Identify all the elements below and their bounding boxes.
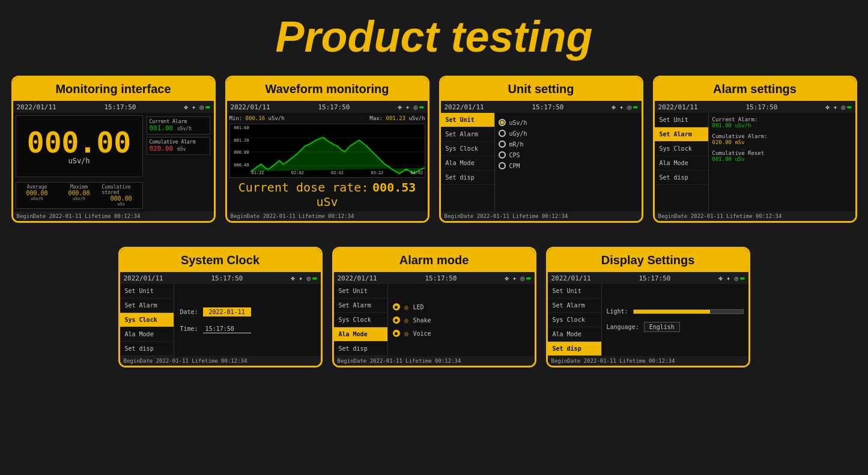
display-screen: 2022/01/11 15:17:50 ✤ ✦ ◎ ▬ Set Unit Set…	[548, 272, 748, 366]
card-alarm-title: Alarm settings	[655, 77, 855, 101]
radio-cpm-circle	[499, 162, 506, 169]
stat-avg: Average 000.00 uSv/h	[18, 184, 56, 207]
radio-voice	[393, 330, 400, 337]
eye-led-icon: ◎	[405, 304, 408, 310]
lang-value[interactable]: English	[644, 322, 680, 332]
waveform-screen: 2022/01/11 15:17:50 ✤ ✦ ◎ ▬ Min: 000.16 …	[227, 101, 428, 221]
current-alarm-field-label: Current Alarm:	[712, 116, 852, 123]
display-content: Light: Language: English	[602, 284, 748, 356]
menu-ala-mode[interactable]: Ala Mode	[441, 156, 494, 171]
cumulative-stored-value: 000.00	[110, 195, 132, 202]
alarmmode-menu-set-disp[interactable]: Set disp	[334, 342, 387, 356]
display-menu-set-alarm[interactable]: Set Alarm	[548, 298, 601, 313]
bottom-bar-unit: BeginDate 2022-01-11 Lifetime 00:12:34	[441, 211, 642, 221]
alarm-menu-ala-mode[interactable]: Ala Mode	[655, 156, 708, 171]
display-menu-set-unit[interactable]: Set Unit	[548, 284, 601, 298]
max-value: 000.00	[68, 190, 90, 196]
current-alarm-field-value: 001.00 uSv/h	[712, 123, 852, 129]
unit-radio-group: uSv/h uGy/h mR/h CPS	[499, 119, 638, 169]
alarmmode-menu-set-alarm[interactable]: Set Alarm	[334, 298, 387, 313]
status-bar-sysclock: 2022/01/11 15:17:50 ✤ ✦ ◎ ▬	[120, 272, 321, 284]
card-sysclock-title: System Clock	[120, 249, 321, 272]
menu-set-alarm[interactable]: Set Alarm	[441, 127, 494, 142]
card-monitoring-title: Monitoring interface	[13, 77, 214, 101]
max-label: Maximm	[70, 184, 88, 190]
status-bar-monitoring: 2022/01/11 15:17:50 ✤ ✦ ◎ ▬	[13, 101, 214, 113]
status-bar-alarmmode: 2022/01/11 15:17:50 ✤ ✦ ◎ ▬	[334, 272, 535, 284]
cumulative-alarm-value: 020.00 mSv	[150, 145, 207, 153]
radio-usvh-circle	[499, 119, 506, 126]
alarmmode-menu-sys-clock[interactable]: Sys Clock	[334, 313, 387, 327]
display-menu-list: Set Unit Set Alarm Sys Clock Ala Mode Se…	[548, 284, 602, 356]
alarm-menu-set-unit[interactable]: Set Unit	[655, 113, 708, 127]
light-bar-container[interactable]	[633, 309, 744, 314]
status-bar-unit: 2022/01/11 15:17:50 ✤ ✦ ◎ ▬	[441, 101, 642, 113]
waveform-yaxis: 001.60 001.20 000.80 000.40	[230, 124, 250, 169]
alarm-mode-shake[interactable]: ◎ Shake	[393, 316, 530, 324]
unit-usvh[interactable]: uSv/h	[499, 119, 638, 126]
big-unit: uSv/h	[68, 157, 90, 165]
unit-mrh-label: mR/h	[509, 141, 524, 148]
card-alarmmode-title: Alarm mode	[334, 249, 535, 272]
date-field-input[interactable]: 2022-01-11	[203, 307, 251, 316]
current-alarm-label: Current Alarm	[150, 119, 207, 124]
battery-monitoring: ▬	[205, 103, 210, 111]
current-alarm-value: 001.00 uSv/h	[150, 124, 207, 132]
menu-set-disp[interactable]: Set disp	[441, 171, 494, 185]
bottom-bar-display: BeginDate 2022-01-11 Lifetime 00:12:34	[548, 356, 748, 366]
time-monitoring: 15:17:50	[104, 103, 136, 111]
cumulative-reset-field-value: 001.00 uSv	[712, 156, 852, 162]
unit-menu-list: Set Unit Set Alarm Sys Clock Ala Mode Se…	[441, 113, 495, 211]
alarmmode-menu-ala-mode[interactable]: Ala Mode	[334, 327, 387, 342]
radio-ugyh-circle	[499, 130, 506, 137]
time-field-input[interactable]: 15:17:50	[203, 325, 251, 333]
sysclock-menu-set-alarm[interactable]: Set Alarm	[120, 298, 174, 313]
alarm-mode-led[interactable]: ◎ LED	[393, 303, 530, 310]
unit-cps[interactable]: CPS	[499, 151, 638, 159]
sysclock-menu-set-unit[interactable]: Set Unit	[120, 284, 174, 298]
card-system-clock: System Clock 2022/01/11 15:17:50 ✤ ✦ ◎ ▬…	[118, 247, 323, 368]
alarm-menu-set-disp[interactable]: Set disp	[655, 171, 708, 185]
monitoring-screen: 2022/01/11 15:17:50 ✤ ✦ ◎ ▬ 000.00 uSv/h…	[13, 101, 214, 221]
max-unit: uSv/h	[73, 196, 85, 201]
stat-max: Maximm 000.00 uSv/h	[60, 184, 99, 207]
time-field-row: Time: 15:17:50	[180, 325, 315, 333]
sysclock-menu-set-disp[interactable]: Set disp	[120, 342, 174, 356]
alarmmode-menu-set-unit[interactable]: Set Unit	[334, 284, 387, 298]
display-menu-ala-mode[interactable]: Ala Mode	[548, 327, 601, 342]
menu-sys-clock[interactable]: Sys Clock	[441, 142, 494, 156]
avg-label: Average	[27, 184, 47, 190]
alarm-menu-list: Set Unit Set Alarm Sys Clock Ala Mode Se…	[655, 113, 709, 211]
big-value: 000.00	[27, 128, 131, 157]
lang-label: Language:	[607, 324, 639, 330]
current-alarm-block: Current Alarm 001.00 uSv/h	[147, 116, 210, 135]
stat-cumulative: Cumulative stored 000.00 uSv	[102, 184, 141, 207]
page-title: Product testing	[275, 12, 592, 61]
alarm-mode-voice[interactable]: ◎ Voice	[393, 330, 530, 337]
unit-screen: 2022/01/11 15:17:50 ✤ ✦ ◎ ▬ Set Unit Set…	[441, 101, 642, 221]
cumulative-alarm-field: Cumulative Alarm: 020.00 mSv	[712, 133, 852, 145]
alarm-menu-sys-clock[interactable]: Sys Clock	[655, 142, 708, 156]
eye-voice-icon: ◎	[405, 330, 408, 337]
unit-ugyh[interactable]: uGy/h	[499, 130, 638, 137]
alarm-menu-set-alarm[interactable]: Set Alarm	[655, 127, 708, 142]
lang-row: Language: English	[607, 322, 744, 332]
display-settings-body: Set Unit Set Alarm Sys Clock Ala Mode Se…	[548, 284, 748, 356]
menu-set-unit[interactable]: Set Unit	[441, 113, 494, 127]
display-menu-sys-clock[interactable]: Sys Clock	[548, 313, 601, 327]
card-waveform: Waveform monitoring 2022/01/11 15:17:50 …	[225, 76, 429, 223]
unit-mrh[interactable]: mR/h	[499, 141, 638, 148]
sysclock-menu-ala-mode[interactable]: Ala Mode	[120, 327, 174, 342]
card-alarm-settings: Alarm settings 2022/01/11 15:17:50 ✤ ✦ ◎…	[653, 76, 857, 223]
card-monitoring: Monitoring interface 2022/01/11 15:17:50…	[11, 76, 216, 223]
current-alarm-field: Current Alarm: 001.00 uSv/h	[712, 116, 852, 129]
time-field-label: Time:	[180, 325, 198, 332]
date-monitoring: 2022/01/11	[17, 103, 56, 111]
sysclock-content: Date: 2022-01-11 Time: 15:17:50	[174, 284, 321, 356]
unit-cpm[interactable]: CPM	[499, 162, 638, 169]
sysclock-menu-sys-clock[interactable]: Sys Clock	[120, 313, 174, 327]
radio-shake	[393, 316, 400, 324]
status-icons-monitoring: ✤ ✦ ◎ ▬	[184, 103, 210, 111]
display-menu-set-disp[interactable]: Set disp	[548, 342, 601, 356]
card-alarm-mode: Alarm mode 2022/01/11 15:17:50 ✤ ✦ ◎ ▬ S…	[332, 247, 536, 368]
